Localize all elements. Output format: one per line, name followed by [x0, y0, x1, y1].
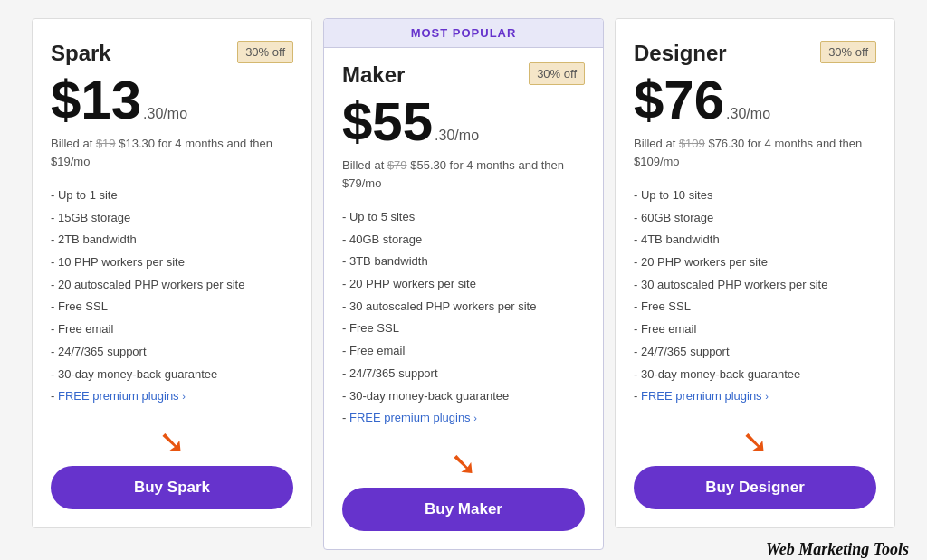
arrow-down-indicator-designer: ➘ — [634, 426, 876, 459]
chevron-right-icon: › — [473, 413, 477, 423]
feature-item: Free SSL — [51, 296, 293, 318]
feature-item: Free email — [51, 318, 293, 341]
billed-text-designer: Billed at $109 $76.30 for 4 months and t… — [634, 135, 876, 170]
discount-badge-spark: 30% off — [237, 41, 293, 63]
billed-strikethrough-designer: $109 — [679, 137, 705, 150]
feature-item: 15GB storage — [51, 207, 293, 230]
plan-header-maker: Maker 30% off — [342, 62, 585, 88]
feature-item: 24/7/365 support — [51, 341, 293, 364]
feature-item: 30-day money-back guarantee — [51, 364, 293, 386]
feature-item: 20 PHP workers per site — [634, 252, 876, 274]
plan-header-designer: Designer 30% off — [634, 41, 876, 66]
plan-card-maker: MOST POPULAR Maker 30% off $55 .30/mo Bi… — [323, 18, 604, 550]
features-list-designer: Up to 10 sites60GB storage4TB bandwidth2… — [634, 185, 876, 408]
feature-item: 4TB bandwidth — [634, 229, 876, 252]
watermark: Web Marketing Tools — [766, 540, 909, 559]
price-dollar-maker: $55 — [342, 95, 433, 149]
feature-item: 30 autoscaled PHP workers per site — [342, 296, 585, 318]
feature-item: 20 autoscaled PHP workers per site — [51, 274, 293, 297]
price-cents-spark: .30/mo — [143, 106, 187, 122]
discount-badge-designer: 30% off — [820, 41, 876, 63]
features-list-spark: Up to 1 site15GB storage2TB bandwidth10 … — [51, 185, 293, 408]
feature-item: 60GB storage — [634, 207, 876, 230]
plan-name-spark: Spark — [51, 41, 111, 66]
feature-item: Free SSL — [634, 296, 876, 318]
arrow-down-indicator-maker: ➘ — [342, 448, 585, 480]
price-row-maker: $55 .30/mo — [342, 95, 585, 149]
feature-item: Up to 1 site — [51, 185, 293, 207]
feature-item: 30 autoscaled PHP workers per site — [634, 274, 876, 297]
plan-name-designer: Designer — [634, 41, 727, 66]
billed-text-maker: Billed at $79 $55.30 for 4 months and th… — [342, 157, 585, 192]
billed-strikethrough-maker: $79 — [387, 158, 407, 172]
price-cents-designer: .30/mo — [726, 106, 770, 122]
plan-card-spark: Spark 30% off $13 .30/mo Billed at $19 $… — [32, 18, 312, 528]
features-list-maker: Up to 5 sites40GB storage3TB bandwidth20… — [342, 206, 585, 430]
buy-button-spark[interactable]: Buy Spark — [51, 466, 293, 509]
feature-item: Free SSL — [342, 318, 585, 340]
plan-name-maker: Maker — [342, 62, 405, 88]
feature-item: 3TB bandwidth — [342, 251, 585, 273]
free-plugins-link-spark[interactable]: FREE premium plugins › — [58, 389, 186, 403]
plan-card-designer: Designer 30% off $76 .30/mo Billed at $1… — [615, 18, 895, 528]
free-plugins-link-maker[interactable]: FREE premium plugins › — [349, 411, 477, 424]
price-dollar-designer: $76 — [634, 73, 724, 128]
billed-strikethrough-spark: $19 — [96, 137, 116, 150]
chevron-right-icon: › — [765, 391, 769, 402]
free-plugins-item-designer[interactable]: FREE premium plugins › — [634, 385, 876, 408]
feature-item: 30-day money-back guarantee — [634, 364, 876, 386]
feature-item: 40GB storage — [342, 229, 585, 252]
pricing-wrapper: Spark 30% off $13 .30/mo Billed at $19 $… — [0, 0, 927, 560]
price-row-designer: $76 .30/mo — [634, 73, 876, 128]
free-plugins-link-designer[interactable]: FREE premium plugins › — [641, 389, 769, 403]
feature-item: Up to 10 sites — [634, 185, 876, 207]
billed-text-spark: Billed at $19 $13.30 for 4 months and th… — [51, 135, 293, 170]
feature-item: 30-day money-back guarantee — [342, 385, 585, 408]
price-row-spark: $13 .30/mo — [51, 73, 293, 128]
feature-item: 2TB bandwidth — [51, 229, 293, 252]
feature-item: 20 PHP workers per site — [342, 273, 585, 296]
feature-item: 10 PHP workers per site — [51, 252, 293, 274]
feature-item: Free email — [634, 318, 876, 341]
buy-button-designer[interactable]: Buy Designer — [634, 466, 876, 509]
arrow-down-indicator-spark: ➘ — [51, 426, 293, 459]
free-plugins-item-maker[interactable]: FREE premium plugins › — [342, 407, 585, 430]
popular-banner: MOST POPULAR — [324, 19, 603, 48]
plan-header-spark: Spark 30% off — [51, 41, 293, 66]
price-cents-maker: .30/mo — [435, 128, 479, 144]
chevron-right-icon: › — [182, 391, 186, 402]
feature-item: Up to 5 sites — [342, 206, 585, 229]
free-plugins-item-spark[interactable]: FREE premium plugins › — [51, 385, 293, 408]
feature-item: Free email — [342, 340, 585, 363]
price-dollar-spark: $13 — [51, 73, 141, 128]
discount-badge-maker: 30% off — [529, 62, 585, 85]
feature-item: 24/7/365 support — [634, 341, 876, 364]
feature-item: 24/7/365 support — [342, 363, 585, 385]
buy-button-maker[interactable]: Buy Maker — [342, 488, 585, 531]
